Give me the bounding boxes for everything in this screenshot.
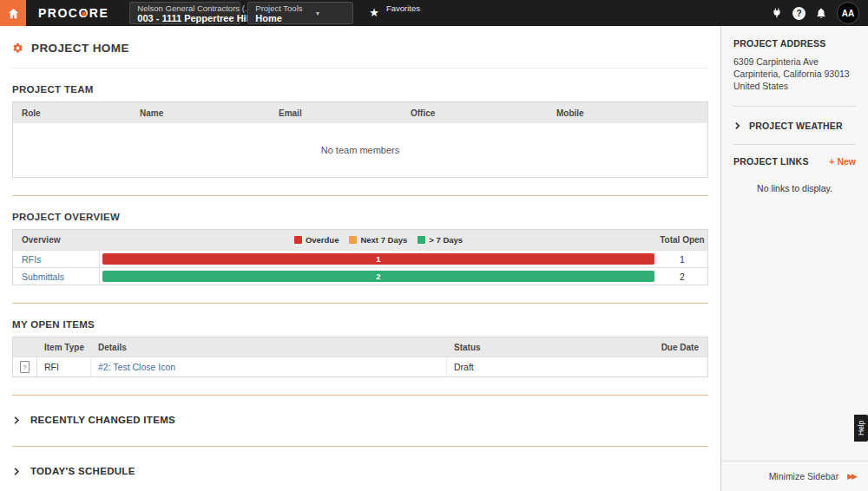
help-tab[interactable]: Help xyxy=(854,415,868,442)
legend-next-7-days: Next 7 Days xyxy=(349,235,407,245)
divider xyxy=(733,144,856,145)
section-divider xyxy=(12,395,708,396)
column-header-status: Status xyxy=(447,337,645,357)
chevron-right-icon xyxy=(733,121,741,130)
page-title: PROJECT HOME xyxy=(31,42,129,55)
project-overview-heading: PROJECT OVERVIEW xyxy=(12,212,708,222)
open-item-type: RFI xyxy=(37,357,91,376)
my-open-items-heading: MY OPEN ITEMS xyxy=(12,319,708,330)
column-header-item-type: Item Type xyxy=(37,337,91,357)
legend-overdue-swatch xyxy=(294,236,302,244)
section-divider xyxy=(12,303,708,304)
open-item-due-date xyxy=(645,357,707,376)
chevron-down-icon: ▼ xyxy=(315,10,321,16)
project-overview-header-row: Overview Overdue Next 7 Days > 7 Days xyxy=(13,230,707,250)
project-selector-dropdown[interactable]: Nelson General Contractors (... 003 - 11… xyxy=(129,2,240,24)
project-team-heading: PROJECT TEAM xyxy=(12,84,708,95)
column-header-details: Details xyxy=(91,337,447,357)
section-divider xyxy=(12,195,708,196)
company-name: Nelson General Contractors (... xyxy=(137,3,251,13)
column-header-email: Email xyxy=(270,108,402,118)
tools-value: Home xyxy=(255,13,302,23)
overview-legend: Overdue Next 7 Days > 7 Days xyxy=(100,235,657,245)
submittals-link[interactable]: Submittals xyxy=(22,272,64,282)
column-header-overview: Overview xyxy=(13,230,100,250)
project-name: 003 - 1111 Peppertree Hill xyxy=(137,13,251,23)
column-header-mobile: Mobile xyxy=(548,108,707,118)
legend-gt-7-days: > 7 Days xyxy=(418,235,463,245)
column-header-due-date: Due Date xyxy=(645,337,707,357)
procore-logo: PROCORE xyxy=(38,6,108,20)
chevron-right-icon xyxy=(12,416,21,425)
open-item-row: ? RFI #2: Test Close Icon Draft xyxy=(13,357,707,376)
open-item-status: Draft xyxy=(447,357,645,376)
user-avatar[interactable]: AA xyxy=(837,2,859,24)
right-sidebar: PROJECT ADDRESS 6309 Carpinteria Ave Car… xyxy=(720,26,868,491)
gear-icon[interactable] xyxy=(12,43,23,54)
section-divider xyxy=(12,446,708,447)
address-line: Carpinteria, California 93013 xyxy=(733,69,856,81)
home-button[interactable] xyxy=(0,0,26,26)
notifications-bell-icon[interactable] xyxy=(813,5,829,21)
submittals-gt7-bar[interactable]: 2 xyxy=(102,271,654,282)
overview-row-rfis: RFIs 1 1 xyxy=(13,250,707,267)
rfis-total-open: 1 xyxy=(657,254,707,265)
submittals-total-open: 2 xyxy=(657,272,707,282)
column-header-role: Role xyxy=(13,108,131,118)
top-navbar: PROCORE Nelson General Contractors (... … xyxy=(0,0,868,26)
empty-state-message: No team members xyxy=(13,123,707,177)
column-header-total-open: Total Open xyxy=(657,235,707,245)
divider xyxy=(733,106,856,107)
rfis-overdue-bar[interactable]: 1 xyxy=(102,253,654,265)
address-line: United States xyxy=(733,81,856,93)
rfis-link[interactable]: RFIs xyxy=(22,254,41,265)
recently-changed-items-toggle[interactable]: RECENTLY CHANGED ITEMS xyxy=(12,415,708,425)
main-content: PROJECT HOME PROJECT TEAM Role Name Emai… xyxy=(0,26,720,491)
chevron-right-icon xyxy=(12,467,21,476)
navbar-right-icons: ? AA xyxy=(769,2,868,24)
rfi-document-icon: ? xyxy=(20,361,30,373)
todays-schedule-toggle[interactable]: TODAY'S SCHEDULE xyxy=(12,466,708,476)
minimize-sidebar-button[interactable]: Minimize Sidebar ▶▶ xyxy=(721,462,868,491)
project-address: 6309 Carpinteria Ave Carpinteria, Califo… xyxy=(733,56,856,93)
marketplace-plug-icon[interactable] xyxy=(769,5,785,21)
project-overview-table: Overview Overdue Next 7 Days > 7 Days xyxy=(12,229,708,285)
favorites-button[interactable]: ★ Favorites xyxy=(369,0,420,26)
home-icon xyxy=(5,5,21,21)
column-header-icon xyxy=(13,337,37,357)
double-chevron-right-icon: ▶▶ xyxy=(847,472,856,481)
column-header-office: Office xyxy=(402,108,548,118)
no-links-message: No links to display. xyxy=(733,183,856,193)
project-weather-toggle[interactable]: PROJECT WEATHER xyxy=(733,121,856,131)
new-link-button[interactable]: + New xyxy=(829,156,856,167)
open-item-details-link[interactable]: #2: Test Close Icon xyxy=(98,362,175,372)
my-open-items-table: Item Type Details Status Due Date ? RFI … xyxy=(12,337,708,377)
help-icon[interactable]: ? xyxy=(792,7,806,20)
project-team-header-row: Role Name Email Office Mobile xyxy=(13,102,707,123)
project-team-table: Role Name Email Office Mobile No team me… xyxy=(12,101,708,178)
project-links-heading: PROJECT LINKS xyxy=(733,156,809,167)
divider xyxy=(12,68,708,69)
column-header-name: Name xyxy=(131,108,270,118)
favorites-label: Favorites xyxy=(386,3,420,13)
legend-next7-swatch xyxy=(349,236,357,244)
legend-overdue: Overdue xyxy=(294,235,339,245)
my-open-items-header-row: Item Type Details Status Due Date xyxy=(13,337,707,357)
project-tools-dropdown[interactable]: Project Tools Home ▼ xyxy=(247,2,353,24)
address-line: 6309 Carpinteria Ave xyxy=(733,56,856,69)
star-icon: ★ xyxy=(369,6,379,19)
overview-row-submittals: Submittals 2 2 xyxy=(13,267,707,285)
legend-gt7-swatch xyxy=(418,236,425,244)
tools-label: Project Tools xyxy=(255,3,302,13)
project-address-heading: PROJECT ADDRESS xyxy=(733,38,856,49)
